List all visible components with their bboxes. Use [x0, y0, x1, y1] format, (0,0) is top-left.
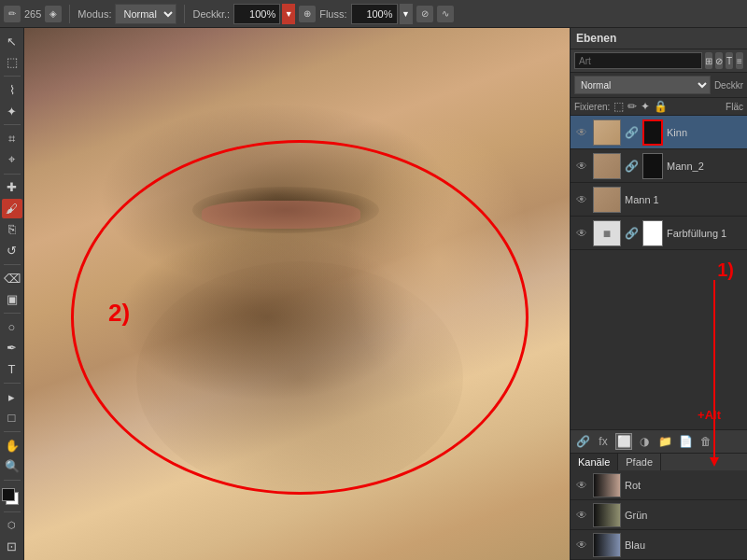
- eye-mann2[interactable]: 👁: [574, 159, 589, 174]
- tool-sep-6: [4, 383, 21, 384]
- crop-tool[interactable]: ⌗: [2, 129, 22, 148]
- chain-farbfuellung[interactable]: 🔗: [625, 227, 639, 240]
- pen-tool[interactable]: ✒: [2, 339, 22, 358]
- fluss-label: Fluss:: [319, 8, 346, 20]
- tool-sep-5: [4, 313, 21, 314]
- layers-search-bar: ⊞ ⊘ T ≡: [571, 49, 747, 73]
- move-tool[interactable]: ↖: [2, 32, 22, 51]
- layer-item-mann2[interactable]: 👁 🔗 Mann_2: [571, 149, 747, 183]
- color-swatches[interactable]: [2, 488, 22, 508]
- shape-tool[interactable]: □: [2, 408, 22, 427]
- tool-sep-2: [4, 124, 21, 125]
- delete-layer-btn[interactable]: 🗑: [698, 433, 714, 450]
- fluss-group: ▼: [351, 4, 413, 24]
- tool-sep-4: [4, 264, 21, 265]
- thumb-rot: [593, 473, 621, 497]
- separator-2: [184, 5, 185, 23]
- screen-mode-tool[interactable]: ⊡: [2, 537, 22, 556]
- channel-gruen[interactable]: 👁 Grün: [571, 500, 747, 530]
- eyedrop-tool[interactable]: ⌖: [2, 150, 22, 170]
- chain-kinn[interactable]: 🔗: [625, 126, 639, 139]
- layers-icon-btn-2[interactable]: ⊘: [715, 52, 723, 69]
- lasso-tool[interactable]: ⌇: [2, 80, 22, 100]
- marquee-tool[interactable]: ⬚: [2, 53, 22, 73]
- fx-btn[interactable]: fx: [595, 433, 612, 450]
- modus-dropdown[interactable]: Normal: [115, 4, 176, 24]
- airbrush-toggle[interactable]: ⊘: [416, 6, 433, 22]
- fix-icon-1[interactable]: ⬚: [613, 100, 624, 113]
- layers-panel-header: Ebenen: [571, 28, 747, 49]
- fluss-input[interactable]: [351, 4, 398, 24]
- text-tool[interactable]: T: [2, 359, 22, 379]
- airbrush-icon[interactable]: ◈: [45, 6, 62, 22]
- layer-item-mann1[interactable]: 👁 Mann 1: [571, 183, 747, 217]
- channel-name-blau: Blau: [625, 539, 645, 551]
- left-toolbar: ↖ ⬚ ⌇ ✦ ⌗ ⌖ ✚ 🖌 ⎘ ↺ ⌫ ▣ ○ ✒ T ▸ □ ✋ 🔍 ⬡ …: [0, 28, 24, 560]
- layers-icon-btn-1[interactable]: ⊞: [705, 52, 712, 69]
- main-layout: ↖ ⬚ ⌇ ✦ ⌗ ⌖ ✚ 🖌 ⎘ ↺ ⌫ ▣ ○ ✒ T ▸ □ ✋ 🔍 ⬡ …: [0, 28, 747, 560]
- channels-list: 👁 Rot 👁 Grün 👁 Blau: [571, 470, 747, 560]
- thumb-blau: [593, 533, 621, 557]
- thumb-gruen: [593, 503, 621, 527]
- new-layer-btn[interactable]: 📄: [677, 433, 694, 450]
- tool-sep-7: [4, 431, 21, 432]
- gradient-tool[interactable]: ▣: [2, 289, 22, 309]
- eye-kinn[interactable]: 👁: [574, 125, 589, 140]
- fixieren-label: Fixieren:: [574, 102, 610, 112]
- blend-mode-row: Normal Deckkr: [571, 73, 747, 98]
- flaeche-label: Fläc: [726, 102, 743, 112]
- fix-icon-2[interactable]: ✏: [627, 100, 637, 113]
- layers-title: Ebenen: [576, 32, 616, 45]
- eraser-tool[interactable]: ⌫: [2, 269, 22, 288]
- link-layers-btn[interactable]: 🔗: [574, 433, 591, 450]
- tab-pfade[interactable]: Pfade: [618, 454, 661, 470]
- brush-icon[interactable]: ✏: [4, 6, 21, 22]
- add-mask-btn[interactable]: ⬜: [615, 433, 632, 450]
- right-panel: Ebenen ⊞ ⊘ T ≡ Normal Deckkr Fixieren: ⬚…: [570, 28, 747, 560]
- layers-icon-btn-3[interactable]: T: [726, 52, 733, 69]
- quick-mask-tool[interactable]: ⬡: [2, 516, 22, 536]
- fix-icon-3[interactable]: ✦: [641, 100, 650, 113]
- separator-1: [69, 5, 70, 23]
- fluss-arrow-btn[interactable]: ▼: [400, 4, 413, 24]
- pressure-icon[interactable]: ⊕: [299, 6, 316, 22]
- adjust-btn[interactable]: ◑: [636, 433, 653, 450]
- eye-farbfuellung[interactable]: 👁: [574, 226, 589, 241]
- chain-mann2[interactable]: 🔗: [625, 160, 639, 173]
- annotation-label-1: 1): [717, 259, 734, 281]
- channel-rot[interactable]: 👁 Rot: [571, 470, 747, 500]
- deckkr-group: ▼: [233, 4, 295, 24]
- dodge-tool[interactable]: ○: [2, 317, 22, 337]
- zoom-tool[interactable]: 🔍: [2, 457, 22, 477]
- brush-tool[interactable]: 🖌: [2, 199, 22, 218]
- smooth-icon[interactable]: ∿: [437, 6, 454, 22]
- heal-tool[interactable]: ✚: [2, 177, 22, 197]
- mask-mann2: [642, 153, 663, 179]
- deckkr-arrow-btn[interactable]: ▼: [282, 4, 295, 24]
- hand-tool[interactable]: ✋: [2, 436, 22, 455]
- eye-blau[interactable]: 👁: [574, 538, 589, 553]
- clone-tool[interactable]: ⎘: [2, 220, 22, 240]
- eye-gruen[interactable]: 👁: [574, 508, 589, 523]
- layer-item-kinn[interactable]: 👁 🔗 Kinn: [571, 116, 747, 149]
- blend-mode-dropdown[interactable]: Normal: [574, 76, 711, 94]
- layers-icon-btn-4[interactable]: ≡: [736, 52, 743, 69]
- layer-item-farbfuellung[interactable]: 👁 ■ 🔗 Farbfüllung 1: [571, 217, 747, 250]
- layer-name-mann1: Mann 1: [625, 194, 743, 205]
- fixieren-row: Fixieren: ⬚ ✏ ✦ 🔒 Fläc: [571, 98, 747, 116]
- tool-sep-3: [4, 174, 21, 175]
- deckkr-label: Deckkr.:: [192, 8, 230, 20]
- channel-blau[interactable]: 👁 Blau: [571, 530, 747, 560]
- tab-kanaele[interactable]: Kanäle: [571, 454, 618, 470]
- eye-mann1[interactable]: 👁: [574, 192, 589, 207]
- layers-bottom-bar: 🔗 fx ⬜ ◑ 📁 📄 🗑: [571, 429, 747, 453]
- tool-sep-1: [4, 76, 21, 77]
- history-brush[interactable]: ↺: [2, 241, 22, 260]
- eye-rot[interactable]: 👁: [574, 478, 589, 493]
- path-select-tool[interactable]: ▸: [2, 387, 22, 407]
- group-btn[interactable]: 📁: [656, 433, 673, 450]
- fix-icon-4[interactable]: 🔒: [654, 100, 668, 113]
- quick-select-tool[interactable]: ✦: [2, 102, 22, 121]
- deckkr-input[interactable]: [233, 4, 280, 24]
- layers-search-input[interactable]: [574, 52, 702, 69]
